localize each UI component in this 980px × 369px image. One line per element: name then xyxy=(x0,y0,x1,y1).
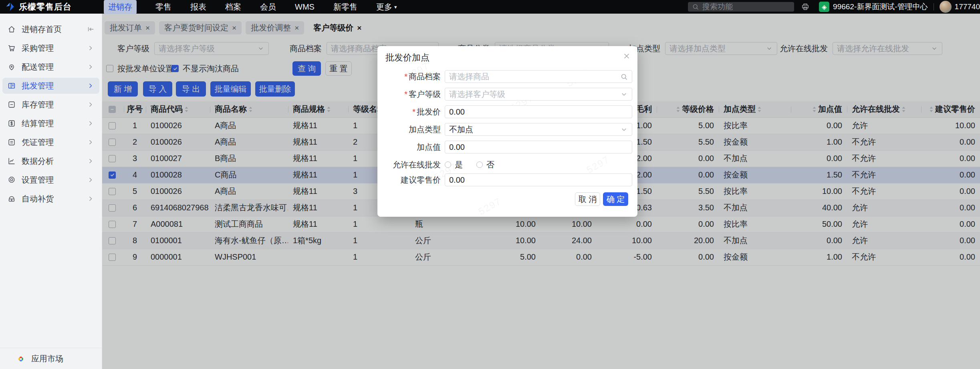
field-label: 允许在线批发 xyxy=(377,160,441,169)
required-asterisk: * xyxy=(412,107,415,116)
modal-field-markup-value[interactable] xyxy=(445,141,632,153)
modal-field-markup-type[interactable]: 不加点 xyxy=(445,123,632,136)
navbar-divider xyxy=(934,3,934,10)
modal-field-suggest-price[interactable] xyxy=(445,173,632,186)
nav-item-label: 档案 xyxy=(225,2,241,12)
chevron-right-icon xyxy=(87,63,95,71)
global-search[interactable] xyxy=(688,2,794,12)
nav-item-member[interactable]: 会员 xyxy=(260,2,276,12)
nav-item-label: 零售 xyxy=(155,2,171,12)
chevron-right-icon xyxy=(87,157,95,165)
radio-icon[interactable] xyxy=(476,161,483,168)
workspace-name[interactable]: 99662-新界面测试-管理中心 xyxy=(833,2,928,12)
search-icon xyxy=(692,3,699,10)
required-asterisk: * xyxy=(404,90,407,99)
app-title: 乐檬零售后台 xyxy=(19,1,72,12)
sidebar-item-label: 自动补货 xyxy=(22,194,54,204)
modal-field-wholesale-price[interactable] xyxy=(445,105,632,118)
printer-icon[interactable] xyxy=(801,2,810,12)
chevron-right-icon xyxy=(87,195,95,203)
sidebar: 进销存首页采购管理配送管理批发管理库存管理结算管理凭证管理数据分析设置管理自动补… xyxy=(0,14,102,369)
radio-option[interactable]: 否 xyxy=(476,159,494,170)
voucher-icon xyxy=(7,138,16,147)
modal-field-product-file[interactable]: 请选择商品 xyxy=(445,70,632,83)
modal-field-suggest-price-input[interactable] xyxy=(449,175,628,185)
nav-item-archive[interactable]: 档案 xyxy=(225,2,241,12)
wholesale-markup-dialog: 529752975297529752975297 批发价加点 *商品档案请选择商… xyxy=(377,46,637,217)
sidebar-item-app-market[interactable]: 应用市场 xyxy=(0,348,102,364)
sidebar-item-analytics[interactable]: 数据分析 xyxy=(2,153,99,169)
wholesale-icon xyxy=(7,81,16,90)
nav-item-retail[interactable]: 零售 xyxy=(155,2,171,12)
sidebar-item-label: 结算管理 xyxy=(22,118,54,129)
settlement-icon xyxy=(7,119,16,128)
sidebar-item-purchase[interactable]: 采购管理 xyxy=(2,40,99,56)
nav-item-more[interactable]: 更多▾ xyxy=(376,2,397,12)
analytics-icon xyxy=(7,157,16,165)
cancel-button[interactable]: 取 消 xyxy=(575,192,600,206)
sidebar-item-replenish[interactable]: 自动补货 xyxy=(2,191,99,207)
field-label: *商品档案 xyxy=(377,70,441,83)
confirm-button[interactable]: 确 定 xyxy=(603,192,628,206)
sidebar-item-home[interactable]: 进销存首页 xyxy=(2,21,99,37)
field-label: 建议零售价 xyxy=(377,173,441,186)
field-label: 加点值 xyxy=(377,141,441,153)
modal-field-wholesale-price-input[interactable] xyxy=(449,107,628,117)
watermark-text: 5297 xyxy=(585,154,611,176)
sidebar-item-label: 应用市场 xyxy=(31,353,63,364)
workspace-badge-icon[interactable]: ◈ xyxy=(819,2,829,12)
nav-item-label: 报表 xyxy=(190,2,206,12)
watermark-text: 5297 xyxy=(476,196,503,217)
chevron-right-icon xyxy=(87,101,95,109)
home-icon xyxy=(7,25,16,34)
main-content: 批发订单×客户要货时间设定×批发价调整×客户等级价× 客户等级请选择客户等级商品… xyxy=(102,14,980,369)
location-icon xyxy=(7,63,16,71)
nav-item-new-retail[interactable]: 新零售 xyxy=(333,2,357,12)
sidebar-item-label: 设置管理 xyxy=(22,175,54,186)
modal-field-customer-level[interactable]: 请选择客户等级 xyxy=(445,88,632,101)
chevron-right-icon xyxy=(87,44,95,52)
sidebar-item-label: 配送管理 xyxy=(22,62,54,73)
nav-item-wms[interactable]: WMS xyxy=(295,2,315,12)
sidebar-item-settings[interactable]: 设置管理 xyxy=(2,172,99,188)
caret-down-icon: ▾ xyxy=(394,4,397,10)
modal-field-markup-value-input[interactable] xyxy=(449,143,628,152)
search-input[interactable] xyxy=(702,2,790,11)
nav-item-label: 新零售 xyxy=(333,2,357,12)
field-label: *客户等级 xyxy=(377,88,441,101)
sidebar-menu: 进销存首页采购管理配送管理批发管理库存管理结算管理凭证管理数据分析设置管理自动补… xyxy=(0,14,102,207)
sidebar-item-wholesale[interactable]: 批发管理 xyxy=(2,78,99,94)
placeholder-text: 请选择商品 xyxy=(449,71,489,82)
app-logo: 乐檬零售后台 xyxy=(5,1,72,12)
radio-option[interactable]: 是 xyxy=(445,159,463,170)
sidebar-item-delivery[interactable]: 配送管理 xyxy=(2,59,99,75)
nav-item-report[interactable]: 报表 xyxy=(190,2,206,12)
user-avatar[interactable] xyxy=(940,1,952,13)
sidebar-item-voucher[interactable]: 凭证管理 xyxy=(2,134,99,150)
sidebar-item-inventory[interactable]: 库存管理 xyxy=(2,97,99,113)
chevron-down-icon xyxy=(620,126,628,133)
nav-item-inventory[interactable]: 进销存 xyxy=(104,0,137,14)
cart-icon xyxy=(7,44,16,52)
sidebar-item-settlement[interactable]: 结算管理 xyxy=(2,115,99,131)
username[interactable]: 177740 xyxy=(955,2,980,11)
radio-icon[interactable] xyxy=(445,161,451,168)
chevron-right-icon xyxy=(87,119,95,127)
settings-icon xyxy=(7,175,16,184)
inventory-icon xyxy=(7,100,16,109)
nav-item-label: 更多 xyxy=(376,2,392,12)
chevron-right-icon xyxy=(87,82,95,90)
required-asterisk: * xyxy=(404,72,407,81)
sidebar-item-label: 进销存首页 xyxy=(22,24,62,35)
nav-item-label: 会员 xyxy=(260,2,276,12)
field-label: 加点类型 xyxy=(377,123,441,136)
nav-item-label: WMS xyxy=(295,2,315,12)
nav-item-label: 进销存 xyxy=(108,2,132,12)
top-navbar: 乐檬零售后台 进销存零售报表档案会员WMS新零售更多▾ ◈ 99662-新界面测… xyxy=(0,0,980,14)
collapse-icon[interactable] xyxy=(87,25,95,33)
dialog-title: 批发价加点 xyxy=(385,52,430,64)
replenish-icon xyxy=(7,194,16,203)
close-icon[interactable] xyxy=(622,52,631,60)
chevron-right-icon xyxy=(87,176,95,184)
search-icon xyxy=(620,73,628,81)
